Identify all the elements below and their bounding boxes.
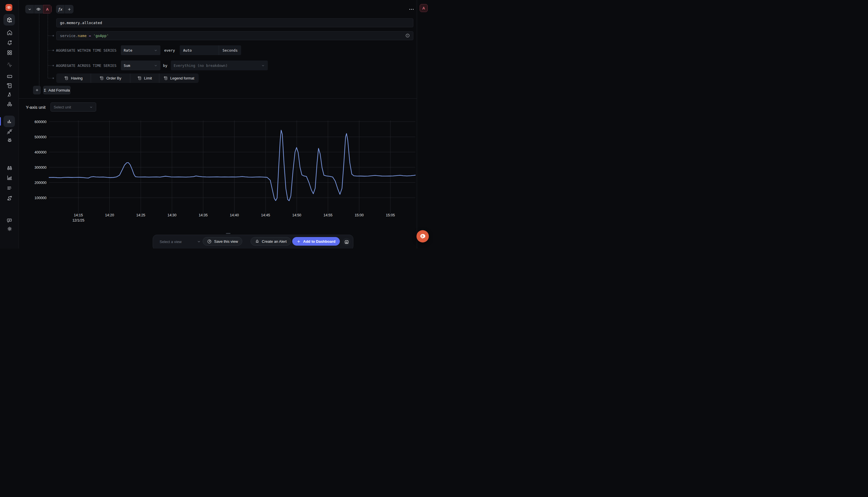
route-icon xyxy=(6,195,13,201)
aggregate-within-select[interactable]: Rate xyxy=(121,45,160,55)
bar-chart-icon xyxy=(6,118,12,125)
x-axis-date-label: 12/1/25 xyxy=(72,218,84,223)
filter-token: 'goApp' xyxy=(93,33,109,38)
query-row-controls: A xyxy=(25,5,52,14)
list-dash-icon xyxy=(6,185,13,191)
collapse-panel-button[interactable] xyxy=(342,238,350,246)
bell-icon xyxy=(6,40,13,46)
y-axis-unit-select[interactable]: Select unit xyxy=(51,102,96,112)
chevron-down-icon xyxy=(28,7,32,12)
sidebar-item-server[interactable] xyxy=(6,73,13,80)
aggregate-across-select[interactable]: Sum xyxy=(121,60,160,70)
visibility-toggle-button[interactable] xyxy=(34,5,43,14)
create-alert-button[interactable]: Create an Alert xyxy=(251,237,291,246)
y-axis-tick-label: 400000 xyxy=(34,150,46,154)
sidebar-item-binoculars[interactable] xyxy=(6,165,13,171)
filter-token: service xyxy=(60,33,75,38)
metric-query-input[interactable]: go.memory.allocated xyxy=(56,18,413,27)
sidebar-item-grid[interactable] xyxy=(6,49,13,56)
chat-bubble-icon xyxy=(419,233,426,240)
add-query-button[interactable] xyxy=(33,86,41,95)
by-label: by xyxy=(163,63,167,68)
option-button-legend-format[interactable]: Legend format xyxy=(159,73,199,83)
app-logo[interactable] xyxy=(5,4,12,11)
chevron-down-icon xyxy=(89,105,93,109)
sidebar-item-scroll[interactable] xyxy=(6,82,13,89)
y-axis-tick-label: 200000 xyxy=(34,181,46,185)
sidebar-item-route[interactable] xyxy=(6,195,13,201)
collapse-query-button[interactable] xyxy=(25,5,34,14)
sigma-icon: Σ xyxy=(44,88,46,93)
scroll-icon xyxy=(100,76,104,80)
aggregate-within-label: AGGREGATE WITHIN TIME SERIES xyxy=(56,48,116,53)
sidebar-item-gear[interactable] xyxy=(6,225,13,232)
save-view-icon xyxy=(207,239,212,244)
option-button-limit[interactable]: Limit xyxy=(130,73,159,83)
package-plus-icon xyxy=(6,17,12,23)
query-tree-line xyxy=(39,14,39,86)
rail-series-a-badge[interactable]: A xyxy=(420,4,428,12)
chevron-down-icon xyxy=(154,64,157,68)
interval-unit-select[interactable]: Seconds xyxy=(219,48,241,53)
y-axis-tick-label: 600000 xyxy=(34,120,46,124)
plus-icon xyxy=(67,7,71,12)
chat-icon xyxy=(6,217,13,224)
add-formula-button[interactable]: Σ Add Formula xyxy=(43,86,71,95)
bug-icon xyxy=(6,137,13,143)
add-query-button-top[interactable] xyxy=(65,5,73,14)
dock-bottom-icon xyxy=(344,240,349,244)
sidebar-item-bug[interactable] xyxy=(6,136,13,143)
add-to-dashboard-button[interactable]: Add to Dashboard xyxy=(292,237,340,246)
filter-info-button[interactable] xyxy=(405,33,410,38)
sidebar-item-bar-chart[interactable] xyxy=(3,116,15,127)
time-series-chart[interactable]: 10000020000030000040000050000060000014:1… xyxy=(19,118,417,224)
option-button-order-by[interactable]: Order By xyxy=(91,73,130,83)
interval-input[interactable]: Auto xyxy=(180,48,219,53)
filter-input[interactable]: service.name = 'goApp' xyxy=(56,31,413,40)
filter-expression: service.name = 'goApp' xyxy=(60,33,109,38)
scroll-icon xyxy=(6,83,13,89)
series-a-button[interactable]: A xyxy=(43,5,52,14)
select-view-dropdown[interactable]: Select a view xyxy=(159,240,182,244)
chevron-down-icon[interactable] xyxy=(197,240,201,244)
group-by-select[interactable]: Everything (no breakdown) xyxy=(171,60,268,70)
metric-name: go.memory.allocated xyxy=(60,21,102,25)
x-axis-tick-label: 14:25 xyxy=(136,213,145,217)
y-axis-tick-label: 100000 xyxy=(34,196,46,200)
sidebar xyxy=(0,0,19,248)
gear-icon xyxy=(6,226,13,232)
more-options-button[interactable] xyxy=(408,7,415,12)
sidebar-item-chat[interactable] xyxy=(6,217,13,224)
y-axis-tick-label: 300000 xyxy=(34,166,46,170)
formula-controls: ƒx xyxy=(56,5,73,14)
sidebar-item-home[interactable] xyxy=(6,29,13,36)
aggregate-across-label: AGGREGATE ACROSS TIME SERIES xyxy=(56,63,116,68)
every-label: every xyxy=(164,48,175,53)
support-chat-button[interactable] xyxy=(417,230,429,242)
series-line-a xyxy=(49,130,415,201)
plus-icon xyxy=(35,88,39,92)
x-axis-tick-label: 15:00 xyxy=(355,213,364,217)
sidebar-item-bell[interactable] xyxy=(6,39,13,46)
x-axis-tick-label: 14:50 xyxy=(292,213,301,217)
sidebar-item-compass[interactable] xyxy=(6,91,13,98)
scroll-icon xyxy=(164,76,168,80)
compass-icon xyxy=(6,92,13,98)
info-icon xyxy=(405,33,410,38)
panel-resize-handle[interactable] xyxy=(226,233,230,234)
sidebar-item-cursor-sparkle[interactable] xyxy=(6,61,13,68)
option-button-having[interactable]: Having xyxy=(56,73,91,83)
chevron-down-icon xyxy=(154,48,157,52)
active-page-indicator xyxy=(0,117,1,126)
sidebar-item-package-plus[interactable] xyxy=(3,14,15,26)
area-chart-icon xyxy=(6,175,13,181)
sidebar-item-plug[interactable] xyxy=(6,128,13,135)
section-divider xyxy=(19,98,417,99)
fx-button[interactable]: ƒx xyxy=(56,5,65,14)
x-axis-tick-label: 14:35 xyxy=(199,213,208,217)
save-view-button[interactable]: Save this view xyxy=(202,237,242,246)
sidebar-item-area-chart[interactable] xyxy=(6,174,13,181)
sidebar-item-list-dash[interactable] xyxy=(6,185,13,191)
sidebar-item-cubes[interactable] xyxy=(6,101,13,108)
y-axis-unit-label: Y-axis unit xyxy=(26,105,46,110)
